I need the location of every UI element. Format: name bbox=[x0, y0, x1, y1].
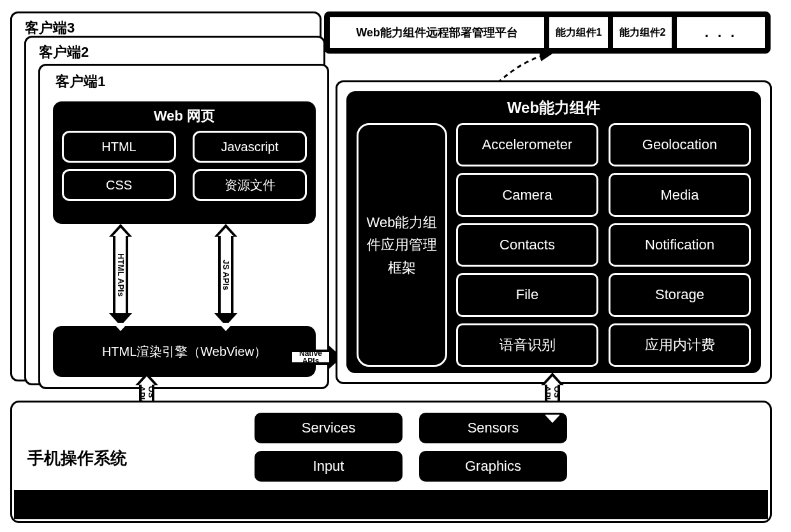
web-page-block: Web 网页 HTML Javascript CSS 资源文件 bbox=[53, 101, 316, 224]
os-services: Services bbox=[255, 413, 403, 443]
cap-contacts: Contacts bbox=[456, 223, 598, 267]
client2-label: 客户端2 bbox=[35, 41, 92, 63]
cap-accelerometer: Accelerometer bbox=[456, 123, 598, 166]
web-chip-css: CSS bbox=[62, 169, 176, 201]
cap-media: Media bbox=[609, 173, 751, 216]
remote-deploy-bar: Web能力组件远程部署管理平台 能力组件1 能力组件2 . . . bbox=[324, 11, 771, 54]
cap-storage: Storage bbox=[609, 273, 751, 316]
arrow-html-apis: HTML APIs bbox=[110, 224, 131, 326]
arrow-native-apis: Native APIs bbox=[279, 344, 342, 370]
web-chip-resources: 资源文件 bbox=[193, 169, 307, 201]
capability-title: Web能力组件 bbox=[357, 98, 751, 118]
capability-manager: Web能力组件应用管理框架 bbox=[357, 123, 447, 367]
dashed-arrow-to-remote bbox=[492, 52, 556, 84]
os-title: 手机操作系统 bbox=[27, 447, 127, 469]
remote-item-1: 能力组件1 bbox=[548, 16, 609, 49]
arrow-js-apis-label: JS APIs bbox=[218, 236, 233, 314]
remote-title: Web能力组件远程部署管理平台 bbox=[329, 16, 545, 49]
arrow-js-apis: JS APIs bbox=[216, 224, 236, 326]
cap-billing: 应用内计费 bbox=[609, 323, 751, 367]
os-graphics: Graphics bbox=[419, 451, 567, 482]
cap-speech: 语音识别 bbox=[456, 323, 598, 367]
webview-block: HTML渲染引擎（WebView） bbox=[53, 326, 316, 377]
remote-item-ellipsis: . . . bbox=[676, 16, 766, 49]
web-chip-js: Javascript bbox=[193, 131, 307, 163]
cap-camera: Camera bbox=[456, 173, 598, 216]
web-chip-html: HTML bbox=[62, 131, 176, 163]
arrow-html-apis-label: HTML APIs bbox=[113, 236, 128, 314]
cap-file: File bbox=[456, 273, 598, 316]
os-input: Input bbox=[255, 451, 403, 482]
client1-panel: 客户端1 Web 网页 HTML Javascript CSS 资源文件 HTM… bbox=[38, 64, 329, 389]
cap-geolocation: Geolocation bbox=[609, 123, 751, 166]
arrow-native-apis-label: Native APIs bbox=[292, 350, 329, 365]
cap-notification: Notification bbox=[609, 223, 751, 267]
os-panel: 手机操作系统 Services Sensors Input Graphics bbox=[10, 401, 772, 523]
capability-panel: Web能力组件 Web能力组件应用管理框架 Accelerometer Geol… bbox=[336, 80, 772, 384]
remote-item-2: 能力组件2 bbox=[612, 16, 673, 49]
os-bottom-bar bbox=[14, 490, 768, 519]
web-page-title: Web 网页 bbox=[62, 107, 307, 126]
webview-label: HTML渲染引擎（WebView） bbox=[102, 343, 267, 360]
capability-inner: Web能力组件 Web能力组件应用管理框架 Accelerometer Geol… bbox=[346, 91, 761, 373]
client1-label: 客户端1 bbox=[52, 71, 109, 92]
